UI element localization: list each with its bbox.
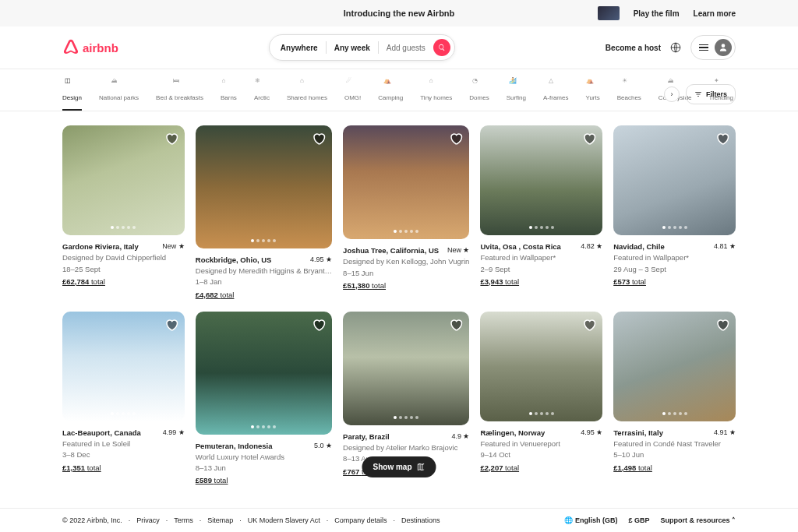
wishlist-button[interactable]	[449, 318, 463, 332]
category-beaches[interactable]: ☀Beaches	[617, 77, 641, 111]
listing-dates: 9–14 Oct	[480, 449, 602, 460]
filters-icon	[694, 90, 702, 98]
wishlist-button[interactable]	[582, 132, 596, 146]
listing-title: Navidad, Chile	[613, 241, 664, 252]
copyright: © 2022 Airbnb, Inc.	[62, 516, 122, 524]
category-a-frames[interactable]: △A-frames	[543, 77, 568, 111]
listing-title: Paraty, Brazil	[343, 432, 390, 442]
listing-subtitle: Featured in Wallpaper*	[613, 252, 736, 263]
search-where[interactable]: Anywhere	[281, 44, 318, 52]
listing-rating: New ★	[447, 245, 470, 256]
listing-image[interactable]	[196, 125, 332, 248]
listing-card[interactable]: Uvita, Osa , Costa Rica4.82 ★Featured in…	[480, 125, 602, 301]
category-surfing[interactable]: 🏄Surfing	[507, 77, 526, 111]
category-icon: △	[549, 77, 563, 91]
category-icon: 🛏	[173, 77, 187, 91]
category-national-parks[interactable]: ⛰National parks	[99, 77, 139, 111]
footer-link[interactable]: Privacy	[136, 516, 160, 524]
wishlist-button[interactable]	[312, 132, 326, 146]
category-domes[interactable]: ◔Domes	[469, 77, 489, 111]
wishlist-button[interactable]	[164, 132, 178, 146]
airbnb-icon	[62, 39, 79, 56]
listing-image[interactable]	[62, 125, 185, 235]
search-bar[interactable]: Anywhere Any week Add guests	[269, 34, 455, 61]
wishlist-button[interactable]	[582, 318, 596, 332]
listing-subtitle: Designed by Meredith Higgins & Bryant…	[196, 266, 332, 277]
listing-image[interactable]	[343, 312, 469, 425]
listing-rating: 4.95 ★	[310, 255, 332, 266]
learn-more-link[interactable]: Learn more	[694, 9, 736, 18]
category-yurts[interactable]: ⛺Yurts	[585, 77, 599, 111]
listing-card[interactable]: Pemuteran, Indonesia5.0 ★World Luxury Ho…	[196, 312, 332, 487]
search-who[interactable]: Add guests	[387, 44, 425, 52]
listing-card[interactable]: Navidad, Chile4.81 ★Featured in Wallpape…	[613, 125, 736, 301]
wishlist-button[interactable]	[715, 132, 729, 146]
show-map-button[interactable]: Show map	[362, 456, 436, 477]
listings-grid: Gardone Riviera, ItalyNew ★Designed by D…	[0, 111, 798, 510]
category-bed-breakfasts[interactable]: 🛏Bed & breakfasts	[156, 77, 203, 111]
listing-card[interactable]: Rockbridge, Ohio, US4.95 ★Designed by Me…	[196, 125, 332, 301]
listing-price: £3,943 total	[480, 277, 602, 287]
footer-link[interactable]: Destinations	[401, 516, 440, 524]
category-icon: 🏄	[509, 77, 523, 91]
search-button[interactable]	[433, 39, 450, 56]
scroll-right-button[interactable]: ›	[664, 86, 680, 102]
listing-dates: 29 Aug – 3 Sept	[613, 264, 736, 275]
wishlist-button[interactable]	[164, 318, 178, 332]
category-icon: ❄	[255, 77, 269, 91]
listing-image[interactable]	[613, 312, 736, 421]
search-when[interactable]: Any week	[334, 44, 370, 52]
footer-link[interactable]: Company details	[334, 516, 387, 524]
category-icon: ⛺	[586, 77, 600, 91]
listing-card[interactable]: Joshua Tree, California, USNew ★Designed…	[343, 125, 469, 301]
listing-image[interactable]	[613, 125, 736, 235]
footer-language[interactable]: 🌐 English (GB)	[564, 516, 617, 524]
listing-title: Joshua Tree, California, US	[343, 245, 439, 256]
listing-title: Pemuteran, Indonesia	[196, 441, 273, 452]
category-icon: ◔	[472, 77, 486, 91]
listing-dates: 18–25 Sept	[62, 264, 185, 275]
category-bar: ◫Design⛰National parks🛏Bed & breakfasts⌂…	[0, 69, 798, 111]
header: airbnb Anywhere Any week Add guests Beco…	[0, 26, 798, 69]
listing-image[interactable]	[480, 312, 602, 421]
listing-title: Gardone Riviera, Italy	[62, 241, 139, 252]
listing-card[interactable]: Gardone Riviera, ItalyNew ★Designed by D…	[62, 125, 185, 301]
listing-card[interactable]: Lac-Beauport, Canada4.99 ★Featured in Le…	[62, 312, 185, 487]
listing-image[interactable]	[480, 125, 602, 235]
listing-price: £589 total	[196, 475, 332, 486]
footer-support[interactable]: Support & resources ˄	[660, 516, 736, 524]
listing-image[interactable]	[196, 312, 332, 435]
category-barns[interactable]: ⌂Barns	[221, 77, 237, 111]
wishlist-button[interactable]	[715, 318, 729, 332]
video-thumbnail[interactable]	[598, 6, 620, 20]
category-tiny-homes[interactable]: ⌂Tiny homes	[420, 77, 452, 111]
wishlist-button[interactable]	[312, 318, 326, 332]
listing-card[interactable]: Terrasini, Italy4.91 ★Featured in Condé …	[613, 312, 736, 487]
category-arctic[interactable]: ❄Arctic	[254, 77, 270, 111]
listing-subtitle: Designed by Ken Kellogg, John Vugrin	[343, 256, 469, 267]
play-film-link[interactable]: Play the film	[634, 9, 680, 18]
category-design[interactable]: ◫Design	[62, 77, 82, 111]
category-shared-homes[interactable]: ⌂Shared homes	[287, 77, 327, 111]
listing-rating: 4.95 ★	[581, 428, 602, 439]
banner-title: Introducing the new Airbnb	[344, 9, 455, 18]
listing-image[interactable]	[62, 312, 185, 421]
listing-image[interactable]	[343, 125, 469, 239]
filters-button[interactable]: Filters	[686, 84, 736, 104]
listing-title: Uvita, Osa , Costa Rica	[480, 241, 560, 252]
listing-dates: 3–8 Dec	[62, 449, 185, 460]
profile-menu[interactable]	[690, 35, 736, 60]
wishlist-button[interactable]	[449, 132, 463, 146]
globe-icon[interactable]	[670, 42, 681, 53]
become-host-link[interactable]: Become a host	[606, 44, 661, 52]
footer-link[interactable]: UK Modern Slavery Act	[248, 516, 320, 524]
listing-card[interactable]: Rælingen, Norway4.95 ★Featured in Venuer…	[480, 312, 602, 487]
category-omg-[interactable]: ☄OMG!	[344, 77, 361, 111]
footer-link[interactable]: Sitemap	[207, 516, 233, 524]
logo[interactable]: airbnb	[62, 39, 118, 56]
listing-price: £62,784 total	[62, 277, 185, 287]
footer-link[interactable]: Terms	[174, 516, 193, 524]
footer-currency[interactable]: £ GBP	[628, 516, 649, 524]
category-camping[interactable]: ⛺Camping	[378, 77, 403, 111]
listing-price: £1,498 total	[613, 463, 736, 474]
